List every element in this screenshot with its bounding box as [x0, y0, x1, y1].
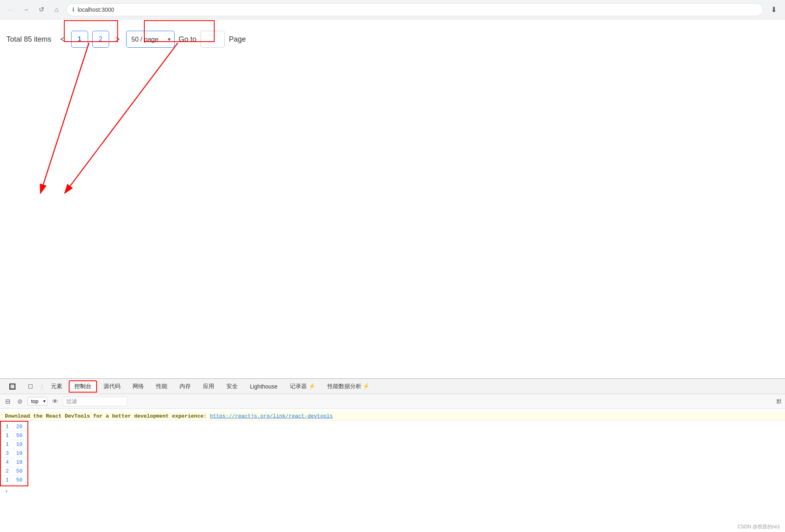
total-items-label: Total 85 items	[6, 35, 51, 44]
tab-memory[interactable]: 内存	[174, 380, 196, 393]
page-size-wrapper: 10 / page 20 / page 50 / page 100 / page	[126, 31, 175, 48]
tab-sources[interactable]: 源代码	[98, 380, 126, 393]
context-select[interactable]: top	[27, 397, 47, 405]
console-line-6: 2 50	[1, 467, 27, 476]
tab-device[interactable]: ☐	[22, 381, 39, 392]
watermark: CSDN @西晋的no1	[737, 524, 780, 530]
page-size-select[interactable]: 10 / page 20 / page 50 / page 100 / page	[126, 31, 175, 48]
page-2-button[interactable]: 2	[92, 31, 109, 48]
filter-input[interactable]	[63, 397, 127, 406]
back-button[interactable]: ←	[5, 4, 16, 15]
console-line-2: 1 50	[1, 431, 27, 440]
devtools-panel: 🔲 ☐ | 元素 控制台 源代码 网络 性能 内存 应用 安全 Lighthou…	[0, 378, 785, 532]
tab-performance[interactable]: 性能	[150, 380, 173, 393]
main-content: Total 85 items < 1 2 > 10 / page 20 / pa…	[0, 19, 785, 238]
annotation-arrows	[0, 19, 364, 254]
page-word: Page	[229, 35, 246, 44]
context-wrapper: top	[27, 397, 47, 405]
next-page-button[interactable]: >	[113, 34, 122, 44]
console-line-4: 3 10	[1, 449, 27, 458]
address-bar[interactable]: ℹ localhost:3000	[66, 3, 763, 16]
forward-button[interactable]: →	[20, 4, 32, 15]
page-1-button[interactable]: 1	[71, 31, 88, 48]
pagination-bar: Total 85 items < 1 2 > 10 / page 20 / pa…	[6, 27, 779, 51]
console-line-1: 1 20	[1, 422, 27, 431]
devtools-tabs: 🔲 ☐ | 元素 控制台 源代码 网络 性能 内存 应用 安全 Lighthou…	[0, 379, 785, 394]
svg-line-1	[40, 43, 89, 193]
block-icon[interactable]: ⊘	[15, 397, 24, 406]
svg-line-2	[65, 43, 178, 193]
reload-button[interactable]: ↺	[36, 4, 47, 15]
devtools-toolbar: ⊟ ⊘ top 👁 默	[0, 394, 785, 409]
tab-recorder[interactable]: 记录器 ⚡	[284, 380, 321, 393]
default-label: 默	[777, 398, 782, 405]
prev-page-button[interactable]: <	[58, 34, 67, 44]
console-warn-text: Download the React DevTools for a better…	[5, 413, 333, 419]
tab-security[interactable]: 安全	[221, 380, 243, 393]
goto-input[interactable]	[200, 31, 225, 48]
console-line-3: 1 10	[1, 440, 27, 449]
tab-application[interactable]: 应用	[197, 380, 220, 393]
tab-console[interactable]: 控制台	[69, 380, 97, 393]
browser-chrome: ← → ↺ ⌂ ℹ localhost:3000 ⬇	[0, 0, 785, 19]
home-button[interactable]: ⌂	[51, 4, 62, 15]
sidebar-toggle-icon[interactable]: ⊟	[3, 397, 12, 406]
tab-network[interactable]: 网络	[127, 380, 150, 393]
tab-elements[interactable]: 元素	[45, 380, 68, 393]
tab-lighthouse[interactable]: Lighthouse	[244, 381, 283, 392]
eye-icon[interactable]: 👁	[51, 397, 59, 406]
info-icon: ℹ	[72, 6, 74, 13]
console-warn-line: Download the React DevTools for a better…	[0, 412, 785, 421]
devtools-console: Download the React DevTools for a better…	[0, 409, 785, 499]
console-caret-icon: ›	[5, 488, 8, 494]
console-line-5: 4 10	[1, 458, 27, 467]
tab-inspect[interactable]: 🔲	[3, 381, 21, 392]
goto-label: Go to	[179, 35, 196, 44]
tab-perf-insights[interactable]: 性能数据分析 ⚡	[322, 380, 376, 393]
url-text: localhost:3000	[78, 6, 114, 13]
console-prompt[interactable]: ›	[0, 486, 785, 496]
download-button[interactable]: ⬇	[767, 3, 780, 16]
console-line-7: 1 50	[1, 476, 27, 485]
devtools-link[interactable]: https://reactjs.org/link/react-devtools	[210, 413, 333, 419]
